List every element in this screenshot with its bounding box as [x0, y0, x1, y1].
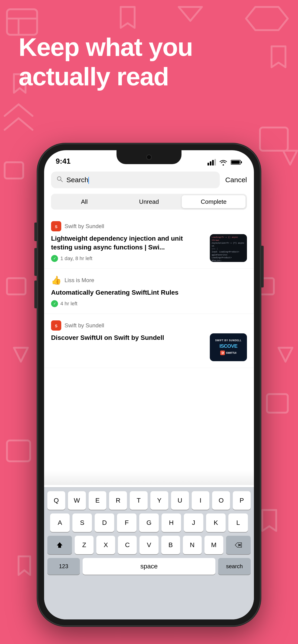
numbers-key[interactable]: 123	[47, 558, 80, 575]
source-logo-hand: 👍	[51, 275, 61, 285]
source-name: Liss is More	[65, 277, 94, 284]
notch	[117, 150, 181, 164]
article-item[interactable]: S Swift by Sundell Discover SwiftUI on S…	[44, 314, 254, 368]
shift-key[interactable]	[47, 536, 72, 554]
hero-text: Keep what you actually read	[19, 32, 279, 91]
search-key[interactable]: search	[218, 558, 251, 575]
svg-rect-16	[214, 159, 216, 166]
code-thumbnail: Loading<T> = () async throws AsyncAction…	[210, 234, 247, 262]
article-source: S Swift by Sundell	[51, 221, 247, 231]
key-v[interactable]: V	[139, 536, 158, 554]
swift-top-text: SWIFT BY SUNDELL	[215, 339, 242, 342]
wifi-icon	[219, 159, 227, 166]
check-badge: ✓	[51, 300, 58, 307]
phone-mockup: 9:41	[38, 144, 260, 626]
search-bar[interactable]: Search	[51, 172, 220, 188]
svg-rect-15	[212, 160, 214, 166]
battery-icon	[231, 159, 242, 165]
key-o[interactable]: O	[212, 491, 230, 510]
svg-rect-4	[5, 162, 23, 178]
svg-rect-19	[231, 161, 240, 164]
swift-logo-icon	[220, 350, 225, 355]
source-logo: S	[51, 221, 61, 231]
search-icon	[57, 176, 63, 184]
article-item[interactable]: 👍 Liss is More Automatically Generating …	[44, 269, 254, 314]
key-w[interactable]: W	[68, 491, 86, 510]
key-y[interactable]: Y	[150, 491, 168, 510]
check-badge: ✓	[51, 255, 58, 262]
svg-marker-26	[57, 542, 63, 548]
key-s[interactable]: S	[72, 514, 92, 532]
source-logo: S	[51, 320, 61, 330]
key-g[interactable]: G	[139, 514, 159, 532]
article-meta: ✓ 1 day, 8 hr left	[51, 255, 205, 262]
key-d[interactable]: D	[95, 514, 114, 532]
source-name: Swift by Sundell	[65, 223, 104, 230]
key-u[interactable]: U	[171, 491, 189, 510]
article-text: Lightweight dependency injection and uni…	[51, 234, 205, 262]
key-n[interactable]: N	[183, 536, 202, 554]
segment-all[interactable]: All	[53, 195, 116, 208]
source-name: Swift by Sundell	[65, 322, 104, 329]
status-icons	[207, 159, 242, 166]
key-z[interactable]: Z	[75, 536, 94, 554]
key-p[interactable]: P	[233, 491, 251, 510]
swift-thumbnail: SWIFT BY SUNDELL ISCOVE SWIFTUI	[210, 333, 247, 361]
article-source: 👍 Liss is More	[51, 275, 247, 285]
keyboard-bottom-row: 123 space search	[44, 558, 254, 575]
svg-marker-10	[278, 348, 292, 362]
key-f[interactable]: F	[117, 514, 136, 532]
segment-complete[interactable]: Complete	[182, 195, 245, 208]
key-j[interactable]: J	[184, 514, 203, 532]
key-h[interactable]: H	[162, 514, 181, 532]
keyboard-row-1: Q W E R T Y U I O P	[44, 491, 254, 510]
key-x[interactable]: X	[96, 536, 115, 554]
key-b[interactable]: B	[161, 536, 180, 554]
svg-rect-7	[267, 394, 288, 413]
segment-unread[interactable]: Unread	[117, 195, 181, 208]
keyboard-row-3: Z X C V B N M	[44, 536, 254, 554]
article-item[interactable]: S Swift by Sundell Lightweight dependenc…	[44, 215, 254, 269]
search-container: Search Cancel	[51, 172, 247, 188]
article-title: Automatically Generating SwiftLint Rules	[51, 288, 247, 297]
segmented-control: All Unread Complete	[51, 194, 247, 210]
article-list: S Swift by Sundell Lightweight dependenc…	[44, 215, 254, 485]
svg-text:S: S	[55, 324, 58, 328]
svg-marker-8	[283, 151, 297, 164]
article-text: Discover SwiftUI on Swift by Sundell	[51, 333, 205, 346]
list-fade	[44, 471, 254, 485]
key-l[interactable]: L	[228, 514, 248, 532]
svg-text:S: S	[55, 225, 58, 229]
svg-rect-12	[7, 278, 26, 294]
article-source: S Swift by Sundell	[51, 320, 247, 330]
front-camera	[146, 154, 152, 160]
article-meta: ✓ 4 hr left	[51, 300, 247, 307]
status-time: 9:41	[56, 157, 71, 166]
search-input[interactable]: Search	[66, 176, 89, 184]
key-r[interactable]: R	[109, 491, 127, 510]
key-q[interactable]: Q	[47, 491, 65, 510]
cancel-button[interactable]: Cancel	[225, 176, 247, 184]
svg-rect-13	[207, 163, 209, 166]
key-e[interactable]: E	[89, 491, 107, 510]
article-title: Discover SwiftUI on Swift by Sundell	[51, 333, 205, 342]
article-content: Discover SwiftUI on Swift by Sundell SWI…	[51, 333, 247, 361]
space-key[interactable]: space	[83, 558, 215, 575]
key-k[interactable]: K	[206, 514, 226, 532]
article-thumbnail-swift: SWIFT BY SUNDELL ISCOVE SWIFTUI	[210, 333, 247, 361]
volume-mute-button	[34, 222, 37, 241]
key-i[interactable]: I	[192, 491, 210, 510]
svg-marker-9	[14, 348, 28, 362]
key-m[interactable]: M	[204, 536, 223, 554]
key-c[interactable]: C	[118, 536, 137, 554]
article-content: Automatically Generating SwiftLint Rules…	[51, 288, 247, 307]
svg-rect-18	[241, 161, 242, 163]
delete-key[interactable]	[226, 536, 251, 554]
keyboard: Q W E R T Y U I O P A S D F G H J K	[44, 487, 254, 620]
article-title: Lightweight dependency injection and uni…	[51, 234, 205, 252]
svg-marker-3	[179, 7, 202, 21]
signal-icon	[207, 159, 216, 166]
key-t[interactable]: T	[130, 491, 148, 510]
svg-rect-0	[7, 9, 37, 35]
key-a[interactable]: A	[50, 514, 70, 532]
